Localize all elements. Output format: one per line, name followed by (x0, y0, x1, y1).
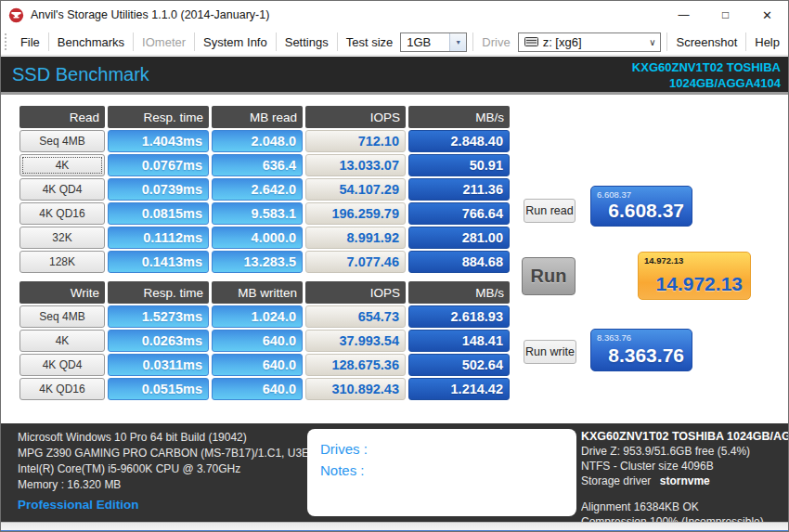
read-iops-cell: 13.033.07 (305, 154, 406, 176)
menu-settings[interactable]: Settings (277, 32, 337, 52)
test-size-select[interactable]: 1GB ▼ (400, 32, 467, 52)
read-mb-cell: 2.642.0 (212, 178, 303, 201)
read-row-button[interactable]: 4K QD4 (19, 178, 105, 201)
drive-label: Drive (473, 32, 511, 52)
write-score-box: 8.363.76 8.363.76 (590, 329, 692, 371)
menu-system-info[interactable]: System Info (195, 32, 276, 52)
titlebar: Anvil's Storage Utilities 1.1.0 (2014-Ja… (1, 1, 788, 29)
read-iops-cell: 712.10 (305, 130, 406, 152)
drive-value-wrap: z: [xg6] (519, 35, 645, 49)
drive-info-panel: KXG60ZNV1T02 TOSHIBA 1024GB/AGGA4104 Dri… (581, 429, 788, 529)
read-column-header: MB/s (408, 106, 510, 128)
os-info: Microsoft Windows 10 Pro 64 bit Build (1… (18, 431, 247, 444)
read-iops-cell: 196.259.79 (305, 202, 406, 225)
drive-select[interactable]: z: [xg6] ∨ (518, 32, 662, 52)
write-score-value: 8.363.76 (608, 344, 684, 367)
read-row-button[interactable]: 4K QD16 (19, 202, 105, 225)
run-button[interactable]: Run (522, 257, 576, 295)
write-mb-cell: 640.0 (212, 330, 303, 352)
drive-info-title: KXG60ZNV1T02 TOSHIBA 1024GB/AGGA4104 (581, 429, 788, 444)
menu-iometer: IOmeter (134, 32, 194, 52)
write-column-header: Write (19, 281, 105, 304)
read-mbs-cell: 50.91 (408, 154, 510, 176)
write-column-header: Resp. time (108, 281, 209, 304)
write-results-table: WriteResp. timeMB writtenIOPSMB/sSeq 4MB… (19, 281, 510, 400)
test-size-label: Test size (338, 32, 395, 52)
notes-label: Notes : (320, 460, 563, 481)
read-mbs-cell: 211.36 (408, 178, 510, 201)
write-row-button[interactable]: 4K QD16 (19, 378, 105, 400)
read-resp-time-cell: 0.0767ms (108, 154, 209, 176)
read-iops-cell: 8.991.92 (305, 227, 406, 249)
drives-label: Drives : (320, 438, 563, 460)
storage-driver-value: stornvme (660, 474, 710, 487)
alignment-info: Alignment 16384KB OK (581, 500, 788, 514)
read-row-button[interactable]: 128K (19, 251, 105, 273)
read-row-button[interactable]: 32K (19, 227, 105, 249)
read-resp-time-cell: 0.1112ms (108, 227, 209, 249)
drive-model-line1: KXG60ZNV1T02 TOSHIBA (632, 59, 781, 75)
drive-model-label: KXG60ZNV1T02 TOSHIBA 1024GB/AGGA4104 (632, 59, 781, 91)
read-mb-cell: 4.000.0 (212, 227, 303, 249)
run-read-button[interactable]: Run read (524, 199, 576, 223)
write-column-header: MB/s (408, 281, 510, 304)
read-column-header: Read (19, 106, 105, 128)
read-iops-cell: 7.077.46 (305, 251, 406, 273)
total-score-box: 14.972.13 14.972.13 (638, 252, 751, 300)
read-row-button[interactable]: Seq 4MB (19, 130, 105, 152)
read-mbs-cell: 281.00 (408, 227, 510, 249)
write-mbs-cell: 502.64 (408, 354, 510, 376)
read-resp-time-cell: 0.0815ms (108, 202, 209, 225)
read-mb-cell: 636.4 (212, 154, 303, 176)
write-score-small: 8.363.76 (597, 332, 631, 343)
write-row-button[interactable]: 4K (19, 330, 105, 352)
read-results-table: ReadResp. timeMB readIOPSMB/sSeq 4MB1.40… (19, 106, 510, 273)
write-mbs-cell: 2.618.93 (408, 305, 510, 328)
write-mbs-cell: 148.41 (408, 330, 510, 352)
storage-driver-line: Storage driver stornvme (581, 474, 788, 488)
menu-screenshot[interactable]: Screenshot (667, 32, 745, 52)
toolbar: File Benchmarks IOmeter System Info Sett… (1, 29, 788, 56)
window-bottom-edge (1, 522, 788, 532)
read-resp-time-cell: 1.4043ms (108, 130, 209, 152)
motherboard-info: MPG Z390 GAMING PRO CARBON (MS-7B17)/1.C… (18, 447, 316, 460)
chevron-down-icon[interactable]: ∨ (644, 37, 660, 47)
write-column-header: IOPS (305, 281, 406, 304)
write-iops-cell: 128.675.36 (305, 354, 406, 376)
read-iops-cell: 54.107.29 (305, 178, 406, 201)
spacer (581, 488, 788, 500)
menu-benchmarks[interactable]: Benchmarks (49, 32, 133, 52)
drives-notes-box[interactable]: Drives : Notes : (307, 429, 576, 516)
benchmark-header: SSD Benchmark KXG60ZNV1T02 TOSHIBA 1024G… (1, 57, 788, 95)
drive-free-space: Drive Z: 953.9/51.6GB free (5.4%) (581, 444, 788, 459)
read-mb-cell: 9.583.1 (212, 202, 303, 225)
maximize-icon[interactable]: □ (705, 1, 746, 29)
write-mb-cell: 640.0 (212, 354, 303, 376)
read-resp-time-cell: 0.0739ms (108, 178, 209, 201)
write-mb-cell: 640.0 (212, 378, 303, 400)
read-row-button[interactable]: 4K (19, 154, 105, 176)
drive-value: z: [xg6] (543, 35, 582, 49)
close-icon[interactable]: ✕ (746, 1, 788, 29)
read-mbs-cell: 884.68 (408, 251, 510, 273)
write-resp-time-cell: 1.5273ms (108, 305, 209, 328)
menu-file[interactable]: File (12, 32, 48, 52)
write-row-button[interactable]: 4K QD4 (19, 354, 105, 376)
combo-arrow-icon[interactable]: ▼ (449, 33, 466, 51)
menu-help[interactable]: Help (746, 32, 788, 52)
read-mb-cell: 2.048.0 (212, 130, 303, 152)
write-mb-cell: 1.024.0 (212, 305, 303, 328)
total-score-value: 14.972.13 (656, 273, 743, 295)
read-column-header: Resp. time (108, 106, 209, 128)
memory-info: Memory : 16.320 MB (18, 478, 121, 491)
write-iops-cell: 310.892.43 (305, 378, 406, 400)
toolbar-grip (4, 32, 8, 51)
read-column-header: IOPS (305, 106, 406, 128)
footer: Microsoft Windows 10 Pro 64 bit Build (1… (1, 423, 788, 522)
run-write-button[interactable]: Run write (524, 340, 576, 364)
read-column-header: MB read (212, 106, 303, 128)
read-score-value: 6.608.37 (608, 200, 684, 222)
minimize-icon[interactable]: — (663, 1, 705, 29)
write-mbs-cell: 1.214.42 (408, 378, 510, 400)
write-row-button[interactable]: Seq 4MB (19, 305, 105, 328)
